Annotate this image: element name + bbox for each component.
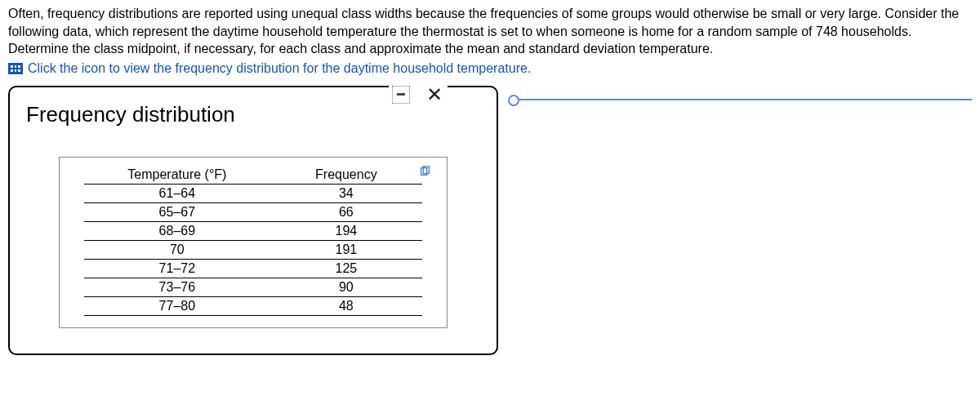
header-frequency: Frequency (270, 166, 422, 185)
problem-statement: Often, frequency distributions are repor… (8, 5, 972, 58)
table-row: 73–7690 (84, 278, 422, 296)
close-button[interactable]: ✕ (425, 87, 444, 103)
dialog-title: Frequency distribution (26, 102, 480, 127)
header-temperature: Temperature (°F) (84, 166, 270, 185)
copy-icon[interactable] (419, 166, 430, 177)
frequency-table-container: Temperature (°F) Frequency 61–6434 65–67… (59, 157, 448, 328)
table-row: 65–6766 (84, 202, 422, 221)
table-row: 61–6434 (84, 184, 422, 202)
table-grid-icon (8, 63, 23, 74)
frequency-table: Temperature (°F) Frequency 61–6434 65–67… (84, 166, 422, 316)
table-row: 77–8048 (84, 296, 422, 315)
table-row: 70191 (84, 240, 422, 259)
link-label: Click the icon to view the frequency dis… (28, 61, 531, 76)
connector-bulb (508, 95, 519, 106)
minimize-button[interactable] (392, 86, 410, 104)
frequency-dialog: ✕ Frequency distribution Temperature (°F… (8, 86, 498, 355)
table-row: 68–69194 (84, 221, 422, 240)
connector-line (513, 99, 972, 100)
view-distribution-link[interactable]: Click the icon to view the frequency dis… (8, 61, 972, 76)
table-row: 71–72125 (84, 259, 422, 278)
